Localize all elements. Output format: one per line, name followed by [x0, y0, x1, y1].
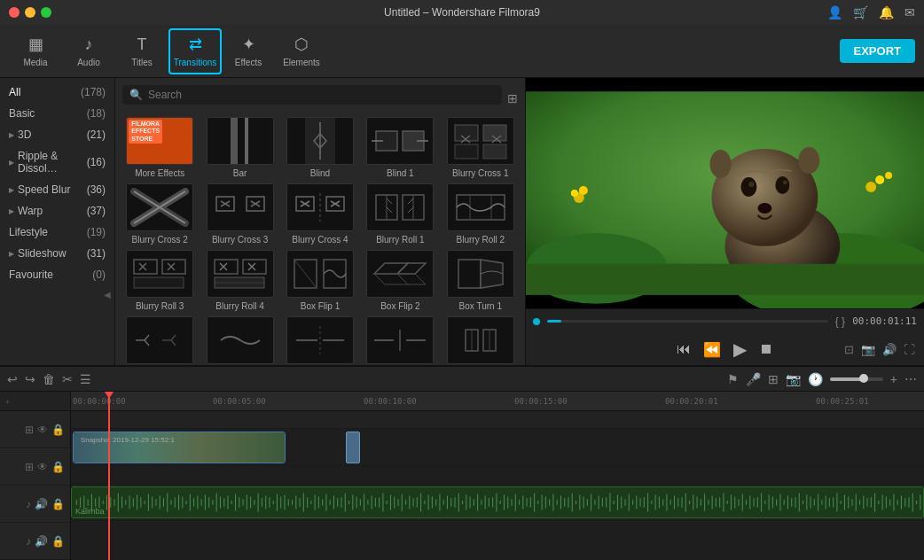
cart-icon[interactable]: 🛒: [853, 5, 868, 19]
playhead[interactable]: [108, 392, 110, 560]
redo-icon[interactable]: ↪: [25, 372, 35, 386]
transition-row3-2[interactable]: [202, 316, 277, 365]
transition-blind1[interactable]: Blind 1: [363, 117, 437, 178]
sidebar-label-slideshow: Slideshow: [18, 247, 67, 260]
notification-icon[interactable]: 🔔: [879, 5, 894, 19]
transition-row3-1[interactable]: [122, 316, 197, 365]
sidebar: All (178) Basic (18) ▶ 3D (21) ▶ Ripple …: [0, 78, 115, 365]
message-icon[interactable]: ✉: [904, 5, 915, 19]
elements-tab[interactable]: ⬡ Elements: [275, 28, 328, 74]
t-r3-2-preview: [208, 317, 273, 363]
undo-icon[interactable]: ↩: [7, 372, 18, 386]
transition-label-blurry-roll3: Blurry Roll 3: [136, 301, 184, 311]
track1-grid-icon[interactable]: ⊞: [25, 424, 34, 436]
effects-tab[interactable]: ✦ Effects: [222, 28, 275, 74]
transition-bar[interactable]: Bar: [202, 117, 277, 178]
delete-icon[interactable]: 🗑: [43, 372, 55, 386]
track3-vol-icon[interactable]: 🔊: [35, 498, 48, 510]
sidebar-item-3d[interactable]: ▶ 3D (21): [0, 124, 114, 145]
add-track-icon[interactable]: ＋: [0, 397, 12, 406]
list-icon[interactable]: ☰: [80, 372, 91, 386]
stop-icon[interactable]: ⏹: [759, 341, 773, 357]
transition-blurry-roll2[interactable]: Blurry Roll 2: [443, 183, 518, 245]
step-back-icon[interactable]: ⏪: [703, 341, 721, 358]
transition-blind[interactable]: Blind: [283, 117, 357, 178]
camera-tl-icon[interactable]: 📷: [786, 372, 801, 386]
transition-blurry-roll4[interactable]: Blurry Roll 4: [202, 250, 277, 311]
track3-lock-icon[interactable]: 🔒: [51, 498, 65, 510]
track4-lock-icon[interactable]: 🔒: [51, 535, 65, 548]
transition-box-turn1[interactable]: Box Turn 1: [443, 250, 518, 311]
video-clip-main[interactable]: Snapshot 2019-12-29 15:52:1: [73, 432, 286, 463]
skip-back-icon[interactable]: ⏮: [677, 341, 691, 357]
track1-eye-icon[interactable]: 👁: [37, 424, 48, 436]
transition-blurry-cross2[interactable]: Blurry Cross 2: [122, 183, 197, 245]
transition-box-flip2[interactable]: Box Flip 2: [363, 250, 437, 311]
track2-eye-icon[interactable]: 👁: [37, 461, 48, 473]
maximize-button[interactable]: [41, 7, 51, 18]
sidebar-collapse-icon[interactable]: ◀: [104, 290, 111, 299]
blurrycross1-preview: [448, 118, 513, 164]
plus-icon[interactable]: +: [890, 372, 897, 386]
transition-blurry-cross3[interactable]: Blurry Cross 3: [202, 183, 277, 245]
track2-lock-icon[interactable]: 🔒: [51, 461, 65, 473]
search-input[interactable]: [148, 89, 495, 101]
more-icon[interactable]: ⋯: [904, 372, 917, 386]
transition-blurry-cross4[interactable]: Blurry Cross 4: [283, 183, 357, 245]
svg-rect-61: [134, 277, 184, 288]
transition-box-flip1[interactable]: Box Flip 1: [283, 250, 357, 311]
titles-tab[interactable]: T Titles: [115, 28, 168, 74]
audio-tab[interactable]: ♪ Audio: [62, 28, 115, 74]
clock-icon[interactable]: 🕐: [808, 372, 823, 386]
track4-vol-icon[interactable]: 🔊: [35, 535, 48, 548]
audio-clip-kalimba[interactable]: Kalimba: [71, 486, 924, 518]
close-button[interactable]: [9, 7, 20, 18]
sidebar-label-lifestyle: Lifestyle: [9, 226, 48, 238]
fullscreen-icon[interactable]: ⛶: [904, 343, 915, 356]
sidebar-item-slideshow[interactable]: ▶ Slideshow (31): [0, 243, 114, 264]
svg-point-99: [885, 172, 892, 179]
sidebar-item-warp[interactable]: ▶ Warp (37): [0, 200, 114, 222]
sidebar-item-all[interactable]: All (178): [0, 82, 114, 103]
transition-blurry-roll3[interactable]: Blurry Roll 3: [122, 250, 197, 311]
grid-view-button[interactable]: ⊞: [507, 91, 518, 105]
sidebar-item-lifestyle[interactable]: Lifestyle (19): [0, 222, 114, 243]
track-row-audio1: [71, 466, 924, 484]
transition-blurry-roll1[interactable]: Blurry Roll 1: [363, 183, 437, 245]
transitions-tab[interactable]: ⇄ Transitions: [168, 28, 222, 74]
transition-blurry-cross1[interactable]: Blurry Cross 1: [443, 117, 518, 178]
svg-rect-33: [287, 184, 353, 230]
sidebar-label-favourite: Favourite: [9, 268, 53, 281]
volume-icon[interactable]: 🔊: [882, 343, 897, 356]
account-icon[interactable]: 👤: [827, 5, 842, 19]
sidebar-item-basic[interactable]: Basic (18): [0, 103, 114, 124]
track4-music-icon[interactable]: ♪: [26, 535, 31, 548]
play-icon[interactable]: ▶: [733, 338, 747, 360]
track1-lock-icon[interactable]: 🔒: [51, 424, 65, 436]
camera-icon[interactable]: 📷: [861, 343, 875, 356]
export-button[interactable]: EXPORT: [840, 39, 915, 63]
sidebar-item-ripple[interactable]: ▶ Ripple & Dissol… (16): [0, 145, 114, 179]
sidebar-label-warp: Warp: [18, 205, 43, 217]
render-icon[interactable]: ⊡: [844, 343, 854, 356]
snap-icon[interactable]: ⊞: [768, 372, 779, 386]
media-tab[interactable]: ▦ Media: [9, 28, 62, 74]
svg-rect-16: [483, 144, 506, 159]
sidebar-count-slideshow: (31): [87, 247, 106, 260]
cut-icon[interactable]: ✂: [62, 372, 73, 386]
small-video-clip[interactable]: [346, 432, 360, 463]
transition-row3-5[interactable]: [443, 316, 518, 365]
sidebar-item-speed-blur[interactable]: ▶ Speed Blur (36): [0, 179, 114, 200]
track2-grid-icon[interactable]: ⊞: [25, 461, 34, 473]
sidebar-item-favourite[interactable]: Favourite (0): [0, 264, 114, 285]
transition-more-effects[interactable]: FILMORAEFFECTSSTORE More Effects: [122, 117, 197, 178]
transition-row3-4[interactable]: [363, 316, 437, 365]
mic-icon[interactable]: 🎤: [746, 372, 761, 386]
minimize-button[interactable]: [25, 7, 35, 18]
preview-progress-bar[interactable]: [547, 320, 828, 323]
transition-row3-3[interactable]: [283, 316, 357, 365]
marker-icon[interactable]: ⚑: [727, 372, 739, 386]
timeline-zoom-slider[interactable]: [830, 377, 883, 381]
sidebar-count-ripple: (16): [87, 156, 106, 168]
track3-music-icon[interactable]: ♪: [26, 498, 31, 510]
